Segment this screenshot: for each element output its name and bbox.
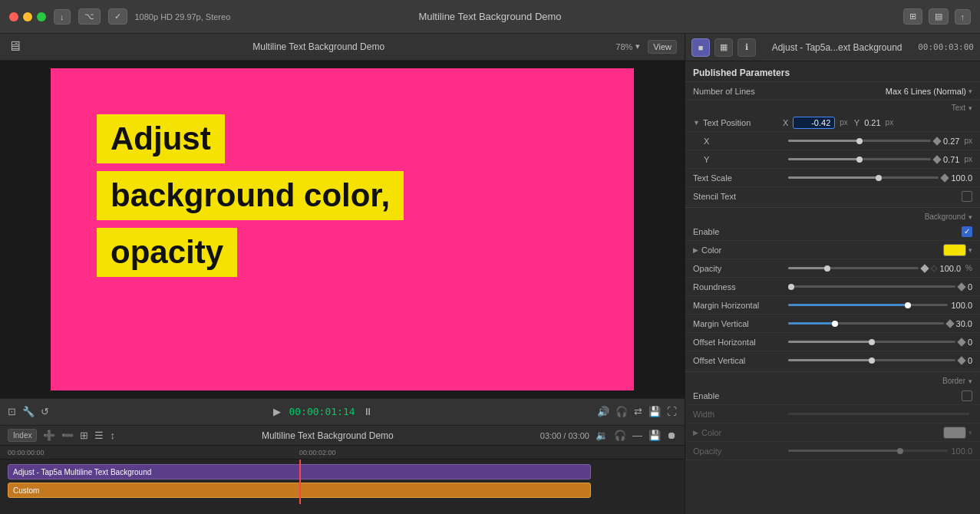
text-position-x-value[interactable]: -0.42 [793,117,835,129]
redo-icon[interactable]: ↺ [41,406,49,417]
layout-icon[interactable]: ⊡ [8,406,16,417]
roundness-slider[interactable] [788,285,955,288]
color-dropdown-icon[interactable]: ▾ [968,246,972,254]
number-of-lines-row: Number of Lines Max 6 Lines (Normal) ▾ [685,82,980,100]
y-slider[interactable] [788,158,931,160]
offset-v-slider[interactable] [788,359,955,361]
inspector-icon-btn[interactable]: ■ [691,38,710,57]
timeline-audio-icon[interactable]: 🔉 [596,430,608,441]
view-button[interactable]: View [648,40,677,54]
info-icon-btn[interactable]: ℹ [737,38,756,57]
text-position-expand[interactable]: ▼ [693,119,700,127]
offset-h-slider[interactable] [788,341,955,343]
text-dropdown-icon[interactable]: ▾ [968,104,972,112]
export-icon[interactable]: 💾 [648,406,661,417]
playback-timecode: 00:00:01:14 [289,406,355,417]
opacity-slider[interactable] [788,267,919,269]
margin-vertical-row: Margin Vertical 30.0 [685,315,980,333]
stencil-text-checkbox[interactable] [962,191,972,202]
audio-icon[interactable]: 🔊 [597,406,609,417]
pause-icon[interactable]: ⏸ [363,406,373,417]
enable-checkbox[interactable]: ✓ [962,226,972,237]
opacity-diamond[interactable] [920,264,929,272]
video-topbar: 🖥 Multiline Text Background Demo 78% ▾ V… [0,34,685,61]
text-scale-row: Text Scale 100.0 [685,169,980,187]
margin-v-slider[interactable] [788,322,944,325]
headphones-icon[interactable]: 🎧 [615,406,628,417]
x-keyframe-diamond[interactable] [932,137,941,145]
timeline-list-icon[interactable]: ☰ [94,430,104,441]
border-enable-label: Enable [693,391,785,400]
check-button[interactable]: ✓ [108,8,127,25]
opacity-value: 100.0 [940,264,962,273]
timeline-add-icon[interactable]: ➕ [43,430,55,441]
key-button[interactable]: ⌥ [78,8,101,25]
roundness-diamond[interactable] [957,282,965,291]
x-coord-label: X [783,118,788,127]
timeline-headphone-icon[interactable]: 🎧 [614,430,626,441]
border-color-expand[interactable]: ▶ [693,429,698,437]
text-line-3: opacity [97,228,237,277]
x-slider[interactable] [788,140,931,142]
grid-button[interactable]: ⊞ [903,8,922,25]
offset-horizontal-value: 0 [968,338,972,347]
playhead[interactable] [299,460,301,504]
border-width-row: Width [685,405,980,423]
offset-h-diamond[interactable] [957,338,965,346]
margin-horizontal-value: 100.0 [951,301,972,310]
offset-v-diamond[interactable] [957,356,965,364]
timeline-save-icon[interactable]: 💾 [648,430,661,441]
published-params-header: Published Parameters [685,61,980,82]
text-scale-diamond[interactable] [941,173,949,182]
x-value: 0.27 [943,137,959,146]
text-position-label: Text Position [703,118,780,127]
params-panel: Published Parameters Number of Lines Max… [685,61,980,514]
timeline-tool-icon[interactable]: — [632,430,642,441]
color-swatch[interactable] [943,244,966,256]
roundness-label: Roundness [693,282,785,292]
background-label: Background [925,213,965,221]
background-subsection-label: Background ▾ [685,209,980,222]
maximize-button[interactable] [37,12,46,21]
index-button[interactable]: Index [8,429,37,442]
margin-h-slider[interactable] [788,304,948,306]
traffic-lights [9,12,46,21]
save-button[interactable]: ↓ [54,9,71,25]
tools-icon[interactable]: 🔧 [22,406,35,417]
margin-v-diamond[interactable] [945,319,954,328]
share-button[interactable]: ↑ [955,9,972,25]
x-row: X 0.27 px [685,132,980,150]
minimize-button[interactable] [23,12,32,21]
color-label: Color [701,245,794,255]
stencil-text-row: Stencil Text [685,187,980,206]
timeline-split-icon[interactable]: ⊞ [80,430,88,441]
resolution-label: 1080p HD 29.97p, Stereo [135,12,231,21]
play-button[interactable]: ▶ [273,406,281,417]
fullscreen-icon[interactable]: ⛶ [667,406,677,417]
border-dropdown-icon[interactable]: ▾ [968,377,972,385]
background-dropdown-icon[interactable]: ▾ [968,213,972,221]
panel-title: Adjust - Tap5a...ext Background [761,42,913,53]
layers-icon-btn[interactable]: ▦ [714,38,733,57]
video-title: Multiline Text Background Demo [29,41,608,52]
text-scale-slider[interactable] [788,176,939,179]
number-of-lines-dropdown[interactable]: ▾ [968,87,972,95]
border-width-label: Width [693,410,785,419]
timeline-rec-icon[interactable]: ⏺ [667,430,677,441]
panels-button[interactable]: ▤ [929,8,949,25]
y-keyframe-diamond[interactable] [932,155,941,163]
timeline-minus-icon[interactable]: ➖ [61,430,74,441]
timeline-arrow-icon[interactable]: ↕ [110,430,115,441]
zoom-control[interactable]: 78% ▾ [615,41,640,51]
border-enable-checkbox[interactable] [962,390,972,401]
monitor-icon[interactable]: 🖥 [8,38,21,54]
color-expand[interactable]: ▶ [693,246,698,254]
offset-vertical-row: Offset Vertical 0 [685,351,980,370]
panel-timecode: 00:00:03:00 [918,42,974,52]
close-button[interactable] [9,12,18,21]
timeline-header: Index ➕ ➖ ⊞ ☰ ↕ Multiline Text Backgroun… [0,426,685,446]
timeline-project-title: Multiline Text Background Demo [121,430,534,441]
top-toolbar: ↓ ⌥ ✓ 1080p HD 29.97p, Stereo Multiline … [0,0,980,34]
stencil-text-label: Stencil Text [693,192,785,201]
loop-icon[interactable]: ⇄ [634,406,642,417]
